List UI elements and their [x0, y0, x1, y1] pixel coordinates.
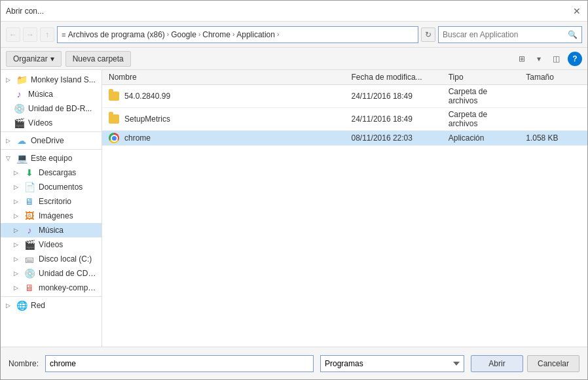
sidebar-item-este-equipo[interactable]: ▽ 💻 Este equipo	[1, 151, 101, 165]
view-pane-icon: ◫	[553, 54, 560, 63]
cdrom-icon: 💿	[24, 268, 35, 279]
new-folder-label: Nueva carpeta	[73, 54, 124, 63]
sidebar-item-videos2[interactable]: ▷ 🎬 Vídeos	[1, 237, 101, 252]
video-icon: 🎬	[14, 118, 24, 128]
download-icon: ⬇	[24, 167, 35, 178]
help-button[interactable]: ?	[568, 52, 582, 66]
sidebar-item-label: monkey-compa...	[39, 283, 96, 292]
col-name[interactable]: Nombre	[102, 70, 345, 85]
up-button[interactable]: ↑	[40, 27, 54, 42]
network-icon: 🌐	[16, 300, 27, 311]
sidebar-item-label: Vídeos	[28, 118, 52, 128]
path-bar[interactable]: ≡ Archivos de programa (x86) › Google › …	[57, 26, 418, 43]
file-name: chrome	[124, 133, 151, 143]
sidebar-item-documentos[interactable]: ▷ 📄 Documentos	[1, 180, 101, 194]
expand-icon: ▷	[14, 285, 20, 291]
sidebar-item-videos-top[interactable]: 🎬 Vídeos	[1, 116, 101, 130]
sidebar-item-musica2[interactable]: ▷ ♪ Música	[1, 223, 101, 237]
refresh-button[interactable]: ↻	[421, 27, 435, 42]
file-modified: 24/11/2016 18:49	[345, 108, 442, 131]
path-segment-4: Application	[236, 30, 275, 39]
doc-icon: 📄	[24, 182, 35, 192]
search-bar[interactable]: 🔍	[438, 26, 582, 43]
up-icon: ↑	[45, 30, 49, 39]
expand-icon: ▷	[14, 169, 20, 176]
organize-button[interactable]: Organizar ▾	[6, 51, 62, 67]
cloud-icon: ☁	[16, 135, 27, 146]
expand-icon: ▷	[6, 302, 12, 309]
filename-input[interactable]	[45, 355, 314, 372]
sidebar-item-monkey-island[interactable]: ▷ 📁 Monkey Island S...	[1, 73, 101, 87]
back-icon: ←	[9, 30, 17, 39]
table-row[interactable]: 54.0.2840.99 24/11/2016 18:49 Carpeta de…	[102, 85, 587, 108]
main-content: ▷ 📁 Monkey Island S... ♪ Música 💿 Unidad…	[1, 70, 587, 347]
sidebar-item-escritorio[interactable]: ▷ 🖥 Escritorio	[1, 194, 101, 209]
view-extra-button[interactable]: ▾	[531, 51, 547, 67]
images-icon: 🖼	[24, 211, 35, 221]
music2-icon: ♪	[24, 225, 35, 235]
sidebar-item-musica[interactable]: ♪ Música	[1, 87, 101, 101]
file-table: Nombre Fecha de modifica... Tipo Tamaño …	[102, 70, 587, 146]
folder-icon	[109, 114, 119, 124]
sidebar-item-label: Descargas	[39, 168, 76, 177]
sidebar-item-imagenes[interactable]: ▷ 🖼 Imágenes	[1, 209, 101, 223]
sidebar-item-red[interactable]: ▷ 🌐 Red	[1, 298, 101, 313]
view-details-icon: ⊞	[519, 54, 525, 63]
monkey-icon: 🖥	[24, 283, 35, 293]
desktop-icon: 🖥	[24, 196, 35, 207]
file-name: SetupMetrics	[124, 114, 170, 124]
filetype-select[interactable]: Programas	[320, 355, 464, 372]
file-list[interactable]: Nombre Fecha de modifica... Tipo Tamaño …	[102, 70, 587, 347]
open-file-dialog: Abrir con... ✕ ← → ↑ ≡ Archivos de progr…	[0, 0, 588, 380]
sidebar-item-label: Disco local (C:)	[39, 254, 92, 264]
path-arrow-4: ›	[277, 31, 279, 38]
back-button[interactable]: ←	[6, 27, 20, 42]
col-size[interactable]: Tamaño	[519, 70, 587, 85]
music-icon: ♪	[14, 89, 24, 99]
filename-label: Nombre:	[9, 359, 39, 368]
expand-icon: ▷	[6, 77, 12, 83]
col-type[interactable]: Tipo	[442, 70, 520, 85]
close-button[interactable]: ✕	[572, 6, 582, 16]
table-row[interactable]: chrome 08/11/2016 22:03 Aplicación 1.058…	[102, 131, 587, 146]
search-input[interactable]	[443, 30, 568, 39]
path-segment-1: ≡ Archivos de programa (x86)	[62, 30, 165, 39]
file-modified: 08/11/2016 22:03	[345, 131, 442, 146]
bottom-bar: Nombre: Programas Abrir Cancelar	[1, 347, 587, 379]
expand-icon: ▷	[14, 227, 20, 233]
sidebar-item-unidad-bd[interactable]: 💿 Unidad de BD-R...	[1, 101, 101, 116]
expand-icon: ▷	[14, 184, 20, 190]
cancel-button[interactable]: Cancelar	[527, 355, 579, 372]
path-segment-2: Google	[171, 30, 196, 39]
expand-icon: ▷	[14, 213, 20, 219]
col-modified[interactable]: Fecha de modifica...	[345, 70, 442, 85]
open-button[interactable]: Abrir	[471, 355, 523, 372]
view-pane-button[interactable]: ◫	[548, 51, 564, 67]
file-type: Carpeta de archivos	[442, 85, 520, 108]
sidebar-item-label: Escritorio	[39, 197, 71, 206]
path-segment-3: Chrome	[202, 30, 230, 39]
forward-icon: →	[26, 30, 34, 39]
path-arrow-2: ›	[198, 31, 200, 38]
table-row[interactable]: SetupMetrics 24/11/2016 18:49 Carpeta de…	[102, 108, 587, 131]
sidebar-item-onedrive[interactable]: ▷ ☁ OneDrive	[1, 133, 101, 148]
new-folder-button[interactable]: Nueva carpeta	[65, 51, 131, 67]
path-arrow-3: ›	[232, 31, 234, 38]
sidebar-item-unidad-cd[interactable]: ▷ 💿 Unidad de CD (D...	[1, 266, 101, 281]
sidebar-item-label: Vídeos	[39, 240, 63, 249]
file-modified: 24/11/2016 18:49	[345, 85, 442, 108]
sidebar-item-monkey-comp[interactable]: ▷ 🖥 monkey-compa...	[1, 281, 101, 295]
forward-button[interactable]: →	[23, 27, 37, 42]
sidebar-item-descargas[interactable]: ▷ ⬇ Descargas	[1, 165, 101, 180]
sidebar-item-label: Música	[28, 90, 53, 99]
view-details-button[interactable]: ⊞	[514, 51, 530, 67]
video2-icon: 🎬	[24, 239, 35, 250]
folder-icon	[109, 92, 119, 101]
expand-icon: ▷	[6, 137, 12, 144]
sidebar-item-disco-local[interactable]: ▷ 🖴 Disco local (C:)	[1, 252, 101, 266]
file-size	[519, 85, 587, 108]
address-bar: ← → ↑ ≡ Archivos de programa (x86) › Goo…	[1, 22, 587, 48]
view-extra-icon: ▾	[537, 54, 541, 63]
sidebar-item-label: Imágenes	[39, 211, 73, 220]
chrome-icon	[109, 133, 119, 143]
